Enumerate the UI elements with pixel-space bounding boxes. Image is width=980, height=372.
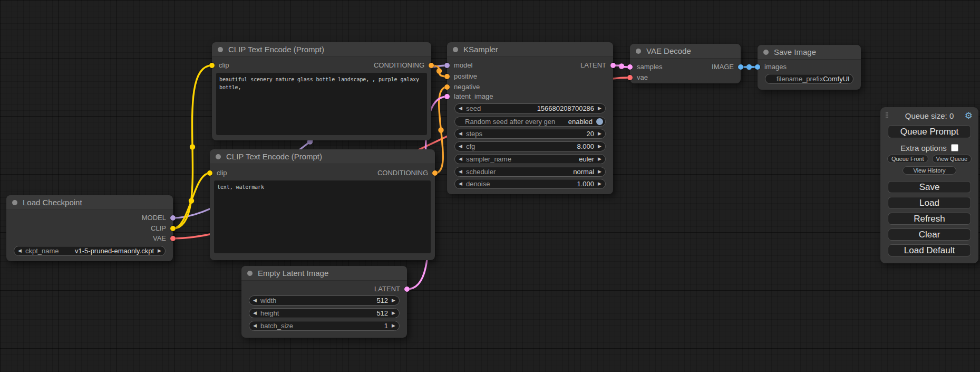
link-midpoint-dot[interactable] bbox=[436, 68, 442, 73]
increment-arrow-icon[interactable]: ▶ bbox=[598, 142, 601, 151]
node-clip-text-encode-positive[interactable]: CLIP Text Encode (Prompt) clip CONDITION… bbox=[212, 42, 431, 140]
increment-arrow-icon[interactable]: ▶ bbox=[598, 155, 601, 164]
denoise-number-widget[interactable]: ◀ denoise 1.000 ▶ bbox=[454, 179, 606, 189]
input-label-clip: clip bbox=[219, 60, 229, 71]
output-label-model: MODEL bbox=[142, 213, 166, 223]
cfg-number-widget[interactable]: ◀ cfg 8.000 ▶ bbox=[454, 141, 606, 151]
ckpt-name-combo-widget[interactable]: ◀ ckpt_name v1-5-pruned-emaonly.ckpt ▶ bbox=[14, 246, 166, 256]
link-midpoint-dot[interactable] bbox=[619, 63, 624, 69]
collapse-dot-icon[interactable] bbox=[12, 200, 17, 205]
node-empty-latent-image[interactable]: Empty Latent Image LATENT ◀ width 512 ▶ … bbox=[241, 266, 407, 338]
refresh-button[interactable]: Refresh bbox=[888, 213, 971, 225]
widget-value: 512 bbox=[376, 297, 388, 304]
decrement-arrow-icon[interactable]: ◀ bbox=[459, 129, 462, 138]
widget-label: seed bbox=[466, 104, 481, 112]
widget-value: 20 bbox=[587, 130, 594, 138]
input-slot-vae[interactable] bbox=[627, 75, 633, 80]
output-slot-latent[interactable] bbox=[404, 287, 410, 292]
link-midpoint-dot[interactable] bbox=[438, 127, 443, 132]
output-slot-image[interactable] bbox=[738, 64, 743, 70]
output-slot-clip[interactable] bbox=[170, 226, 176, 231]
increment-arrow-icon[interactable]: ▶ bbox=[598, 167, 601, 176]
negative-prompt-textarea[interactable]: text, watermark bbox=[214, 180, 431, 253]
collapse-dot-icon[interactable] bbox=[453, 47, 458, 52]
input-slot-clip[interactable] bbox=[209, 63, 215, 68]
increment-arrow-icon[interactable]: ▶ bbox=[392, 309, 395, 318]
increment-arrow-icon[interactable]: ▶ bbox=[158, 246, 161, 255]
node-ksampler[interactable]: KSampler model LATENT positive negative … bbox=[447, 42, 613, 194]
sampler-name-combo-widget[interactable]: ◀ sampler_name euler ▶ bbox=[454, 154, 606, 164]
decrement-arrow-icon[interactable]: ◀ bbox=[459, 179, 462, 188]
scheduler-combo-widget[interactable]: ◀ scheduler normal ▶ bbox=[454, 167, 606, 177]
load-default-button[interactable]: Load Default bbox=[888, 244, 971, 256]
increment-arrow-icon[interactable]: ▶ bbox=[598, 179, 601, 188]
link-midpoint-dot[interactable] bbox=[189, 198, 194, 203]
node-title-bar[interactable]: Save Image bbox=[758, 45, 861, 60]
width-number-widget[interactable]: ◀ width 512 ▶ bbox=[249, 295, 400, 306]
queue-front-button[interactable]: Queue Front bbox=[887, 155, 928, 163]
node-clip-text-encode-negative[interactable]: CLIP Text Encode (Prompt) clip CONDITION… bbox=[210, 149, 435, 260]
positive-prompt-textarea[interactable]: beautiful scenery nature glass bottle la… bbox=[216, 73, 427, 135]
output-slot-model[interactable] bbox=[170, 215, 176, 221]
node-load-checkpoint[interactable]: Load Checkpoint MODEL CLIP VAE ◀ ckpt_na… bbox=[6, 195, 173, 261]
toggle-knob-icon[interactable] bbox=[596, 118, 603, 125]
batch-size-number-widget[interactable]: ◀ batch_size 1 ▶ bbox=[249, 321, 400, 331]
input-slot-images[interactable] bbox=[755, 64, 760, 70]
view-history-button[interactable]: View History bbox=[903, 166, 956, 175]
clear-button[interactable]: Clear bbox=[888, 228, 971, 241]
increment-arrow-icon[interactable]: ▶ bbox=[598, 104, 601, 113]
increment-arrow-icon[interactable]: ▶ bbox=[392, 321, 395, 330]
gear-icon[interactable]: ⚙ bbox=[965, 111, 973, 121]
link-midpoint-dot[interactable] bbox=[190, 144, 195, 149]
queue-menu-panel: Queue size: 0 ⚙ Queue Prompt Extra optio… bbox=[880, 107, 978, 263]
collapse-dot-icon[interactable] bbox=[247, 271, 253, 276]
decrement-arrow-icon[interactable]: ◀ bbox=[253, 296, 257, 305]
decrement-arrow-icon[interactable]: ◀ bbox=[459, 104, 462, 113]
input-slot-clip[interactable] bbox=[207, 170, 212, 176]
input-slot-latent-image[interactable] bbox=[444, 94, 450, 99]
input-label-images: images bbox=[764, 62, 787, 72]
node-title-bar[interactable]: KSampler bbox=[447, 42, 613, 57]
node-title-bar[interactable]: CLIP Text Encode (Prompt) bbox=[210, 149, 435, 164]
seed-number-widget[interactable]: ◀ seed 156680208700286 ▶ bbox=[454, 103, 606, 113]
decrement-arrow-icon[interactable]: ◀ bbox=[459, 142, 462, 151]
load-button[interactable]: Load bbox=[888, 197, 971, 209]
node-title-bar[interactable]: Empty Latent Image bbox=[241, 266, 407, 281]
node-save-image[interactable]: Save Image images filename_prefix ComfyU… bbox=[758, 45, 861, 90]
link-midpoint-dot[interactable] bbox=[746, 64, 752, 70]
output-slot-conditioning[interactable] bbox=[429, 63, 434, 68]
node-title-bar[interactable]: CLIP Text Encode (Prompt) bbox=[212, 42, 431, 57]
extra-options-checkbox[interactable] bbox=[951, 144, 958, 151]
save-button[interactable]: Save bbox=[888, 181, 971, 193]
random-seed-toggle-widget[interactable]: Random seed after every gen enabled bbox=[454, 117, 606, 127]
output-slot-latent[interactable] bbox=[610, 63, 616, 68]
decrement-arrow-icon[interactable]: ◀ bbox=[253, 309, 257, 318]
input-slot-negative[interactable] bbox=[444, 84, 450, 90]
collapse-dot-icon[interactable] bbox=[216, 154, 221, 159]
node-vae-decode[interactable]: VAE Decode samples IMAGE vae bbox=[630, 44, 741, 83]
queue-prompt-button[interactable]: Queue Prompt bbox=[888, 125, 971, 138]
input-slot-model[interactable] bbox=[444, 63, 450, 68]
widget-label: denoise bbox=[466, 180, 490, 188]
decrement-arrow-icon[interactable]: ◀ bbox=[253, 321, 257, 330]
steps-number-widget[interactable]: ◀ steps 20 ▶ bbox=[454, 129, 606, 139]
output-slot-vae[interactable] bbox=[170, 236, 176, 241]
decrement-arrow-icon[interactable]: ◀ bbox=[459, 167, 462, 176]
output-slot-conditioning[interactable] bbox=[432, 170, 438, 176]
decrement-arrow-icon[interactable]: ◀ bbox=[18, 246, 22, 255]
node-title-bar[interactable]: Load Checkpoint bbox=[6, 195, 173, 210]
input-slot-positive[interactable] bbox=[444, 74, 450, 79]
collapse-dot-icon[interactable] bbox=[218, 47, 223, 52]
widget-value: 512 bbox=[376, 309, 388, 317]
filename-prefix-text-widget[interactable]: filename_prefix ComfyUI bbox=[765, 74, 853, 84]
increment-arrow-icon[interactable]: ▶ bbox=[392, 296, 395, 305]
view-queue-button[interactable]: View Queue bbox=[932, 155, 972, 163]
node-title-bar[interactable]: VAE Decode bbox=[630, 44, 741, 59]
node-graph-canvas[interactable]: Load Checkpoint MODEL CLIP VAE ◀ ckpt_na… bbox=[0, 0, 980, 372]
input-slot-samples[interactable] bbox=[627, 64, 633, 70]
increment-arrow-icon[interactable]: ▶ bbox=[598, 129, 601, 138]
decrement-arrow-icon[interactable]: ◀ bbox=[459, 155, 462, 164]
collapse-dot-icon[interactable] bbox=[763, 50, 769, 55]
height-number-widget[interactable]: ◀ height 512 ▶ bbox=[249, 308, 400, 318]
collapse-dot-icon[interactable] bbox=[636, 49, 641, 54]
